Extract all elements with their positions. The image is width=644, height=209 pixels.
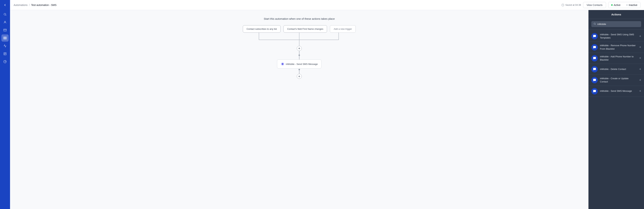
automation-title: Start this automation when one of these … xyxy=(264,17,335,20)
actions-list: inMobile - Send SMS Using SMS Templates … xyxy=(588,30,644,209)
header: Automations / Test automation - SMS Save… xyxy=(10,0,644,10)
action-list-add-button[interactable]: + xyxy=(639,56,641,60)
sidebar-item-search[interactable] xyxy=(2,11,8,18)
canvas-inner: Start this automation when one of these … xyxy=(218,10,380,86)
action-list-icon xyxy=(591,66,598,72)
trigger-box-1[interactable]: Contact subscribes to any list xyxy=(243,25,280,32)
action-list-add-button[interactable]: + xyxy=(639,45,641,49)
action-list-icon xyxy=(591,77,598,83)
sidebar-item-contacts[interactable] xyxy=(2,19,8,26)
action-list-item[interactable]: inMobile - Add Phone Number to Blacklist… xyxy=(588,53,644,64)
action-list-icon xyxy=(591,55,598,62)
trigger-row: Contact subscribes to any list Contact's… xyxy=(243,25,356,32)
svg-point-22 xyxy=(594,23,595,24)
action-list-add-button[interactable]: + xyxy=(639,34,641,38)
add-step-button-bottom[interactable] xyxy=(297,74,302,79)
add-step-button-top[interactable] xyxy=(297,46,302,51)
action-list-item[interactable]: inMobile - Delete Contact + xyxy=(588,64,644,75)
trigger-box-2[interactable]: Contact's field First Name changes xyxy=(284,25,327,32)
action-node-icon xyxy=(281,62,284,66)
breadcrumb: Automations / Test automation - SMS xyxy=(14,4,56,6)
action-list-item[interactable]: inMobile - Create or Update Contact + xyxy=(588,75,644,86)
breadcrumb-current: Test automation - SMS xyxy=(31,4,56,6)
vertical-line-2 xyxy=(299,56,300,60)
sidebar-item-analytics[interactable] xyxy=(2,42,8,50)
status-toggle: Active Inactive xyxy=(608,2,640,8)
action-list-item[interactable]: inMobile - Send SMS Message + xyxy=(588,86,644,97)
action-list-add-button[interactable]: + xyxy=(639,78,641,82)
inactive-dot xyxy=(626,4,628,6)
action-list-icon xyxy=(591,88,598,94)
sidebar xyxy=(0,0,10,209)
trigger-box-add[interactable]: Add a new trigger xyxy=(330,25,356,32)
sidebar-item-automations[interactable] xyxy=(2,34,8,42)
clock-icon xyxy=(562,4,564,6)
flow-section-top: inMobile - Send SMS Message xyxy=(277,46,322,79)
action-list-label: inMobile - Send SMS Message xyxy=(600,90,637,93)
active-dot xyxy=(611,4,613,6)
action-list-item[interactable]: inMobile - Remove Phone Number From Blac… xyxy=(588,42,644,53)
sidebar-item-email[interactable] xyxy=(2,26,8,34)
sidebar-item-pie[interactable] xyxy=(2,58,8,65)
svg-line-1 xyxy=(6,15,6,16)
svg-rect-7 xyxy=(6,38,6,39)
main-wrapper: Automations / Test automation - SMS Save… xyxy=(10,0,644,209)
action-list-label: inMobile - Create or Update Contact xyxy=(600,77,637,83)
action-node[interactable]: inMobile - Send SMS Message xyxy=(277,60,322,68)
inactive-label: Inactive xyxy=(629,4,637,6)
breadcrumb-parent[interactable]: Automations xyxy=(14,4,28,6)
sidebar-item-reports[interactable] xyxy=(2,50,8,57)
search-box xyxy=(588,19,644,30)
action-list-item[interactable]: inMobile - Send SMS Using SMS Templates … xyxy=(588,31,644,42)
svg-rect-4 xyxy=(4,37,5,38)
svg-rect-5 xyxy=(6,37,6,38)
action-list-icon xyxy=(591,33,598,40)
svg-point-0 xyxy=(4,13,6,15)
action-list-label: inMobile - Send SMS Using SMS Templates xyxy=(600,33,637,40)
sidebar-logo[interactable] xyxy=(2,2,8,8)
canvas: Start this automation when one of these … xyxy=(10,10,588,209)
vertical-line-3 xyxy=(299,70,300,74)
action-list-add-button[interactable]: + xyxy=(639,68,641,71)
saved-info: Saved at 04:38 xyxy=(562,4,581,6)
view-contacts-button[interactable]: View Contacts xyxy=(583,2,606,8)
active-label: Active xyxy=(614,4,620,6)
search-input-wrap xyxy=(591,21,641,27)
vertical-dot-2 xyxy=(298,69,300,70)
svg-line-23 xyxy=(595,24,596,25)
action-list-label: inMobile - Remove Phone Number From Blac… xyxy=(600,44,637,50)
action-list-add-button[interactable]: + xyxy=(639,89,641,93)
inactive-status-button[interactable]: Inactive xyxy=(624,2,640,8)
search-icon xyxy=(594,22,596,26)
svg-point-2 xyxy=(4,21,6,22)
panel-header: Actions xyxy=(588,10,644,19)
action-list-label: inMobile - Add Phone Number to Blacklist xyxy=(600,55,637,62)
content-area: Start this automation when one of these … xyxy=(10,10,644,209)
active-status-button[interactable]: Active xyxy=(608,2,624,8)
vertical-dot-1 xyxy=(298,54,300,56)
action-list-label: inMobile - Delete Contact xyxy=(600,68,637,71)
breadcrumb-separator: / xyxy=(29,4,30,6)
svg-rect-6 xyxy=(4,38,5,39)
saved-label: Saved at 04:38 xyxy=(565,4,581,6)
search-input[interactable] xyxy=(598,23,639,26)
vertical-line-1 xyxy=(299,51,300,54)
action-node-label: inMobile - Send SMS Message xyxy=(286,63,318,66)
right-panel: Actions inMobile - Send SMS U xyxy=(588,10,644,209)
action-list-icon xyxy=(591,44,598,50)
